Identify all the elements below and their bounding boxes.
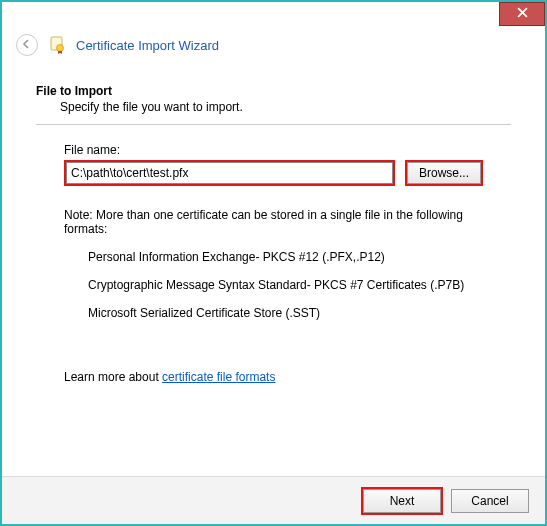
close-icon xyxy=(517,7,528,21)
note-intro: Note: More than one certificate can be s… xyxy=(64,208,483,236)
file-name-input[interactable] xyxy=(66,162,393,184)
format-item: Microsoft Serialized Certificate Store (… xyxy=(88,306,483,320)
file-row: Browse... xyxy=(64,160,483,186)
back-button[interactable] xyxy=(16,34,38,56)
learn-link[interactable]: certificate file formats xyxy=(162,370,275,384)
titlebar xyxy=(2,2,545,26)
divider xyxy=(36,124,511,125)
note-block: Note: More than one certificate can be s… xyxy=(64,208,483,320)
next-highlight: Next xyxy=(361,487,443,515)
page-subheading: Specify the file you want to import. xyxy=(60,100,511,114)
learn-prefix: Learn more about xyxy=(64,370,162,384)
cancel-button[interactable]: Cancel xyxy=(451,489,529,513)
learn-more: Learn more about certificate file format… xyxy=(64,370,483,384)
wizard-title: Certificate Import Wizard xyxy=(76,38,219,53)
certificate-icon xyxy=(48,36,66,54)
close-button[interactable] xyxy=(499,2,545,26)
format-item: Personal Information Exchange- PKCS #12 … xyxy=(88,250,483,264)
next-button[interactable]: Next xyxy=(363,489,441,513)
svg-point-1 xyxy=(57,45,64,52)
wizard-header: Certificate Import Wizard xyxy=(2,26,545,66)
page-heading: File to Import xyxy=(36,84,511,98)
browse-highlight: Browse... xyxy=(405,160,483,186)
file-input-highlight xyxy=(64,160,395,186)
wizard-footer: Next Cancel xyxy=(2,476,545,524)
file-name-label: File name: xyxy=(64,143,483,157)
back-arrow-icon xyxy=(21,38,33,53)
browse-button[interactable]: Browse... xyxy=(407,162,481,184)
wizard-window: Certificate Import Wizard File to Import… xyxy=(0,0,547,526)
wizard-content: File to Import Specify the file you want… xyxy=(2,66,545,476)
format-item: Cryptographic Message Syntax Standard- P… xyxy=(88,278,483,292)
